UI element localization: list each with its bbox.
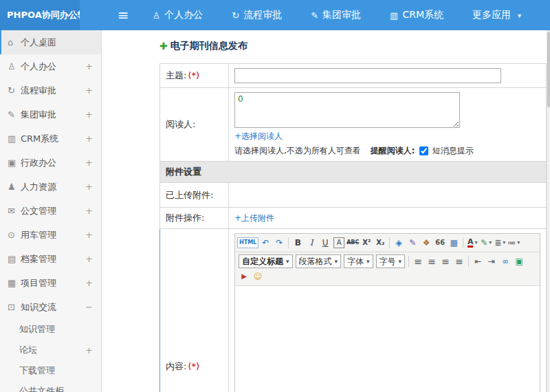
align-left-icon[interactable]: ≡ [411, 254, 425, 268]
sidebar-subitem-forum[interactable]: 论坛 + [0, 340, 101, 360]
insert-table-icon[interactable]: ▦ [447, 236, 461, 250]
chat-icon: ⊡ [8, 302, 21, 312]
font-style-icon[interactable]: A [333, 237, 344, 248]
expand-icon[interactable]: + [85, 61, 93, 72]
sidebar-item-knowledge-exchange[interactable]: ⊡ 知识交流 − [0, 295, 101, 319]
sidebar-item-crm[interactable]: ▥ CRM系统 + [0, 127, 101, 151]
numbered-list-button[interactable]: ≔ ▾ [507, 236, 520, 250]
font-color-button[interactable]: A ▾ [465, 236, 479, 250]
indent-icon[interactable]: ⇥ [485, 254, 498, 268]
sidebar-item-document-mgmt[interactable]: ✉ 公文管理 + [0, 199, 101, 223]
sidebar-subitem-knowledge-mgmt[interactable]: 知识管理 [0, 319, 101, 340]
bullet-list-button[interactable]: ≣ ▾ [493, 236, 507, 250]
vertical-scrollbar[interactable] [547, 30, 550, 392]
readers-hint: 请选择阅读人,不选为所有人可查看 [234, 145, 361, 157]
chevron-down-icon: ▾ [474, 240, 477, 246]
paragraph-format-dropdown[interactable]: 段落格式 ▾ [296, 254, 342, 268]
align-justify-icon[interactable]: ≡ [452, 254, 466, 268]
upload-attachment-link[interactable]: +上传附件 [234, 213, 274, 224]
outdent-icon[interactable]: ⇤ [471, 254, 485, 268]
main-content: ✚ 电子期刊信息发布 主题:(*) 阅读人: 0 +选择阅读人 请选择阅读人,不… [102, 30, 550, 392]
editor-toolbar-row2: 自定义标题 ▾ 段落格式 ▾ 字体 ▾ 字号 ▾ [235, 252, 540, 286]
align-center-icon[interactable]: ≡ [425, 254, 439, 268]
clear-style-icon[interactable]: ❖ [419, 236, 433, 250]
expand-icon[interactable]: + [85, 278, 93, 288]
expand-icon[interactable]: + [85, 230, 93, 240]
insert-media-icon[interactable]: ▶ [237, 270, 251, 283]
insert-link-icon[interactable]: ∞ [498, 254, 512, 268]
bar-chart-icon: ▥ [390, 10, 398, 21]
italic-icon[interactable]: I [305, 236, 318, 250]
expand-icon[interactable]: + [85, 133, 93, 144]
scrollbar-thumb[interactable] [547, 32, 550, 107]
html-source-icon[interactable]: HTML [237, 237, 258, 248]
strikethrough-icon[interactable]: ABC [346, 236, 360, 250]
remove-format-icon[interactable]: ◈ [392, 236, 406, 250]
sidebar-item-personal-office[interactable]: ♙ 个人办公 + [0, 54, 101, 78]
readers-textarea[interactable]: 0 [234, 92, 460, 128]
chevron-down-icon: ▾ [503, 240, 505, 246]
redo-icon[interactable]: ↷ [272, 236, 286, 250]
insert-image-icon[interactable]: ▣ [512, 254, 526, 268]
bold-icon[interactable]: B [291, 236, 305, 250]
subject-input[interactable] [234, 68, 501, 83]
nav-label: 集团审批 [322, 9, 361, 21]
attachment-actions-label: 附件操作: [160, 208, 229, 229]
sms-notify-checkbox[interactable] [419, 146, 428, 155]
nav-label: 个人办公 [164, 9, 203, 21]
expand-icon[interactable]: + [85, 182, 93, 192]
expand-icon[interactable]: + [85, 109, 93, 120]
sidebar-subitem-public-cabinet[interactable]: 公共文件柜 [0, 381, 101, 392]
sidebar-item-vehicle-mgmt[interactable]: ⊙ 用车管理 + [0, 223, 101, 247]
sidebar-item-desktop[interactable]: ⌂ 个人桌面 [0, 30, 101, 54]
collapse-icon[interactable]: − [85, 302, 93, 312]
align-right-icon[interactable]: ≡ [439, 254, 452, 268]
hamburger-icon[interactable]: ≡ [118, 8, 129, 22]
expand-icon[interactable]: + [85, 157, 93, 168]
sidebar-item-admin-office[interactable]: ▣ 行政办公 + [0, 151, 101, 175]
sidebar-item-workflow-approval[interactable]: ↻ 流程审批 + [0, 78, 101, 102]
chevron-down-icon: ▾ [335, 258, 338, 265]
flow-icon: ↻ [8, 85, 21, 96]
sidebar: ⌂ 个人桌面 ♙ 个人办公 + ↻ 流程审批 + ✎ 集团审批 + ▥ CRM系… [0, 30, 102, 392]
sidebar-item-group-approval[interactable]: ✎ 集团审批 + [0, 102, 101, 127]
underline-icon[interactable]: U [318, 236, 332, 250]
subscript-icon[interactable]: X₂ [373, 236, 387, 250]
superscript-icon[interactable]: X² [360, 236, 373, 250]
nav-label: 更多应用 [472, 9, 511, 21]
sidebar-item-hr[interactable]: ♟ 人力资源 + [0, 175, 101, 199]
expand-icon[interactable]: + [85, 254, 93, 264]
editor-content-area[interactable] [235, 286, 540, 392]
select-readers-link[interactable]: +选择阅读人 [234, 131, 283, 142]
expand-icon[interactable]: + [85, 345, 93, 356]
custom-heading-dropdown[interactable]: 自定义标题 ▾ [239, 254, 293, 268]
sms-notify-label: 短消息提示 [432, 145, 474, 157]
nav-group-approval[interactable]: ✎ 集团审批 [311, 9, 361, 21]
font-family-dropdown[interactable]: 字体 ▾ [344, 254, 373, 268]
emoticon-icon[interactable]: ☺ [251, 270, 265, 283]
page-title: ✚ 电子期刊信息发布 [160, 40, 550, 52]
sidebar-item-project-mgmt[interactable]: ▦ 项目管理 + [0, 271, 101, 295]
expand-icon[interactable]: + [85, 85, 93, 96]
nav-label: CRM系统 [402, 9, 443, 21]
expand-icon[interactable]: + [85, 206, 93, 216]
car-icon: ⊙ [8, 230, 21, 240]
nav-workflow-approval[interactable]: ↻ 流程审批 [232, 9, 282, 21]
top-nav: ♙ 个人办公 ↻ 流程审批 ✎ 集团审批 ▥ CRM系统 更多应用 ▾ [153, 9, 550, 21]
format-brush-icon[interactable]: ✎ [406, 236, 419, 250]
highlight-button[interactable]: ✎ ▾ [479, 236, 493, 250]
numbered-list-icon: ≔ [507, 239, 516, 247]
sidebar-item-archive-mgmt[interactable]: ▤ 档案管理 + [0, 247, 101, 271]
archive-icon: ▤ [8, 254, 21, 264]
app-title: PHPOA协同办公软件 [0, 0, 80, 30]
undo-icon[interactable]: ↶ [258, 236, 272, 250]
flow-icon: ↻ [232, 10, 239, 21]
font-color-icon: A [468, 238, 474, 248]
font-size-dropdown[interactable]: 字号 ▾ [376, 254, 406, 268]
sidebar-subitem-download-mgmt[interactable]: 下载管理 [0, 360, 101, 381]
nav-crm-system[interactable]: ▥ CRM系统 [390, 9, 443, 21]
nav-more-apps[interactable]: 更多应用 ▾ [472, 9, 521, 21]
nav-personal-office[interactable]: ♙ 个人办公 [153, 9, 204, 21]
blockquote-icon[interactable]: 66 [433, 236, 447, 250]
subject-label: 主题:(*) [160, 64, 229, 88]
